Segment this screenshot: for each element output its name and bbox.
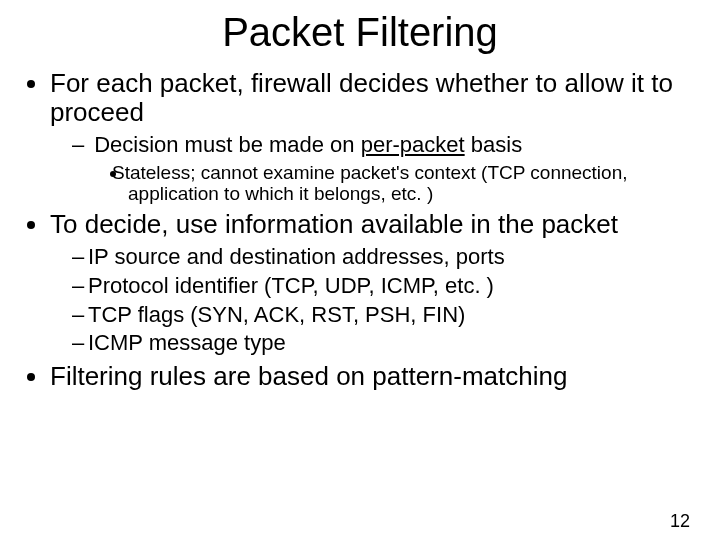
bullet-text-part: basis [465,132,522,157]
bullet-sublist: Decision must be made on per-packet basi… [72,133,692,204]
bullet-text-part: Decision must be made on [94,132,361,157]
bullet-text: To decide, use information available in … [50,209,618,239]
bullet-l2: Protocol identifier (TCP, UDP, ICMP, etc… [72,274,692,299]
bullet-text: For each packet, firewall decides whethe… [50,68,673,127]
bullet-l1: To decide, use information available in … [50,210,692,356]
bullet-l2: ICMP message type [72,331,692,356]
bullet-text: TCP flags (SYN, ACK, RST, PSH, FIN) [88,302,465,327]
bullet-l2: IP source and destination addresses, por… [72,245,692,270]
underlined-text: per-packet [361,132,465,157]
bullet-l1: Filtering rules are based on pattern-mat… [50,362,692,391]
slide-title: Packet Filtering [0,10,720,55]
bullet-text: Stateless; cannot examine packet's conte… [112,162,628,204]
bullet-text: IP source and destination addresses, por… [88,244,505,269]
bullet-list: For each packet, firewall decides whethe… [36,69,720,391]
bullet-text: Filtering rules are based on pattern-mat… [50,361,567,391]
bullet-sublist: IP source and destination addresses, por… [72,245,692,356]
bullet-l2: Decision must be made on per-packet basi… [72,133,692,204]
bullet-l2: TCP flags (SYN, ACK, RST, PSH, FIN) [72,303,692,328]
bullet-l3: Stateless; cannot examine packet's conte… [128,162,672,205]
bullet-text: Protocol identifier (TCP, UDP, ICMP, etc… [88,273,494,298]
slide: Packet Filtering For each packet, firewa… [0,10,720,540]
bullet-l1: For each packet, firewall decides whethe… [50,69,692,204]
page-number: 12 [670,511,690,532]
bullet-subsublist: Stateless; cannot examine packet's conte… [128,162,692,205]
bullet-text: ICMP message type [88,330,286,355]
